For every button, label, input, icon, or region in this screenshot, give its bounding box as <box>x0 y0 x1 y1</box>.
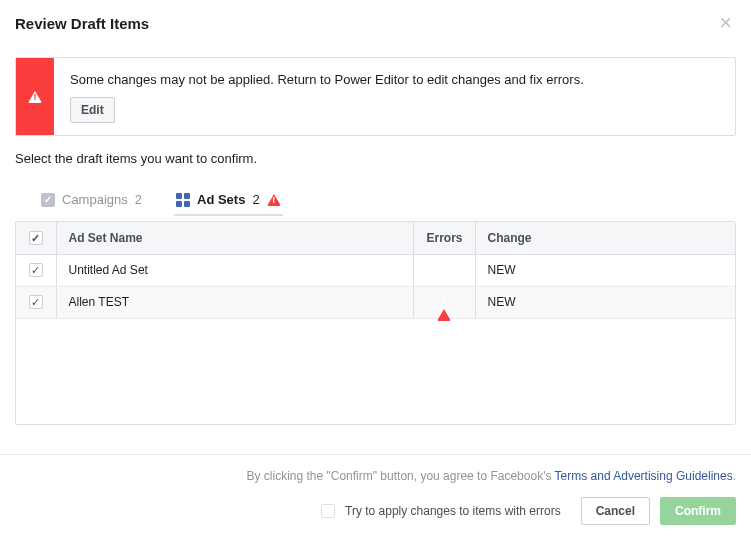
alert-message: Some changes may not be applied. Return … <box>70 72 719 87</box>
footer-actions: Try to apply changes to items with error… <box>15 497 736 525</box>
dialog-footer: By clicking the "Confirm" button, you ag… <box>0 454 751 537</box>
row-checkbox[interactable] <box>29 263 43 277</box>
tab-adsets[interactable]: Ad Sets 2 <box>170 188 287 215</box>
tab-adsets-count: 2 <box>252 192 259 207</box>
cell-change: NEW <box>475 286 735 318</box>
table-header-row: Ad Set Name Errors Change <box>16 222 735 254</box>
tab-campaigns[interactable]: Campaigns 2 <box>35 188 148 215</box>
instruction-text: Select the draft items you want to confi… <box>0 151 751 178</box>
warning-icon <box>267 194 281 206</box>
header-checkbox-cell <box>16 222 56 254</box>
cell-name: Allen TEST <box>56 286 414 318</box>
tab-campaigns-label: Campaigns <box>62 192 128 207</box>
header-errors[interactable]: Errors <box>414 222 475 254</box>
cell-change: NEW <box>475 254 735 286</box>
adsets-table: Ad Set Name Errors Change Untitled Ad Se… <box>15 221 736 425</box>
table-row[interactable]: Untitled Ad Set NEW <box>16 254 735 286</box>
warning-icon <box>437 295 451 321</box>
dialog-header: Review Draft Items × <box>0 0 751 42</box>
legal-prefix: By clicking the "Confirm" button, you ag… <box>246 469 554 483</box>
cell-name: Untitled Ad Set <box>56 254 414 286</box>
confirm-button[interactable]: Confirm <box>660 497 736 525</box>
edit-button[interactable]: Edit <box>70 97 115 123</box>
select-all-checkbox[interactable] <box>29 231 43 245</box>
legal-suffix: . <box>733 469 736 483</box>
table-row[interactable]: Allen TEST NEW <box>16 286 735 318</box>
adsets-icon <box>176 193 190 207</box>
dialog-title: Review Draft Items <box>15 15 149 32</box>
try-apply-label: Try to apply changes to items with error… <box>345 504 561 518</box>
cell-errors <box>414 286 475 318</box>
alert-body: Some changes may not be applied. Return … <box>54 58 735 135</box>
warning-icon <box>28 91 42 103</box>
tab-adsets-label: Ad Sets <box>197 192 245 207</box>
terms-link[interactable]: Terms and Advertising Guidelines <box>555 469 733 483</box>
error-alert: Some changes may not be applied. Return … <box>15 57 736 136</box>
row-checkbox[interactable] <box>29 295 43 309</box>
tab-campaigns-count: 2 <box>135 192 142 207</box>
campaigns-icon <box>41 193 55 207</box>
legal-text: By clicking the "Confirm" button, you ag… <box>15 469 736 483</box>
alert-icon-column <box>16 58 54 135</box>
cell-errors <box>414 254 475 286</box>
header-name[interactable]: Ad Set Name <box>56 222 414 254</box>
header-change[interactable]: Change <box>475 222 735 254</box>
cancel-button[interactable]: Cancel <box>581 497 650 525</box>
close-icon[interactable]: × <box>715 12 736 34</box>
tab-bar: Campaigns 2 Ad Sets 2 <box>0 178 751 215</box>
try-apply-checkbox[interactable] <box>321 504 335 518</box>
